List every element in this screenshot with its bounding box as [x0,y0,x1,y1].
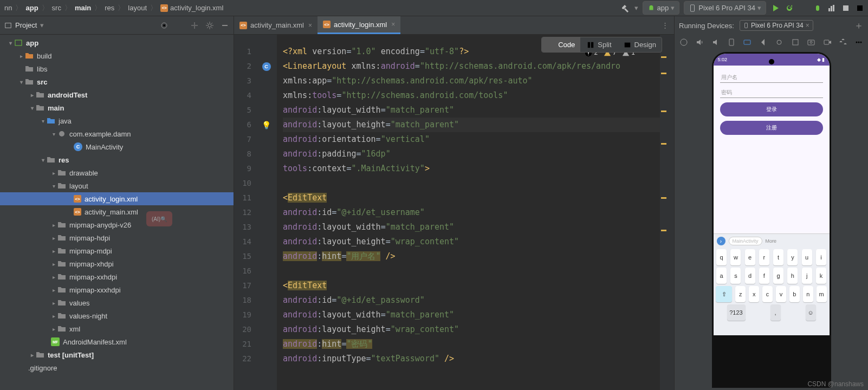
login-button[interactable]: 登录 [720,102,823,116]
editor-body[interactable]: 12345678910111213141516171819202122 C 💡 … [234,35,674,390]
tree-mipmap-hdpi[interactable]: ▸mipmap-hdpi [0,231,234,244]
overview-icon[interactable] [791,37,800,47]
suggestion-more[interactable]: More [766,238,777,244]
key-f[interactable]: f [759,268,769,284]
key-s[interactable]: s [730,268,741,284]
rotate-left-icon[interactable] [727,37,736,47]
screenshot-icon[interactable] [806,37,815,47]
password-field[interactable] [720,87,823,98]
key-z[interactable]: z [735,286,746,302]
key-g[interactable]: g [773,268,783,284]
tree-package[interactable]: ▾com.example.damn [0,127,234,140]
expand-icon[interactable] [175,21,184,30]
stop-icon[interactable] [855,3,865,13]
code-area[interactable]: <?xml version="1.0" encoding="utf-8"?> <… [277,35,660,390]
key-c[interactable]: c [762,286,773,302]
tree-res[interactable]: ▾res [0,153,234,166]
key-a[interactable]: a [716,268,727,284]
back-icon[interactable] [759,37,768,47]
suggestion[interactable]: MainActivity [729,237,762,245]
key-n[interactable]: n [803,286,813,302]
emoji-key[interactable]: ☺ [806,304,816,321]
key-b[interactable]: b [789,286,800,302]
run-config-selector[interactable]: app▾ [643,1,680,15]
tree-main[interactable]: ▾main [0,101,234,114]
scrollbar[interactable] [668,35,674,390]
crumb[interactable]: app [24,3,39,12]
run-icon[interactable] [770,3,780,13]
tree-test[interactable]: ▸test [unitTest] [0,348,234,361]
tree-login-xml[interactable]: ▸<>activity_login.xml [0,192,234,205]
key-q[interactable]: q [716,249,727,265]
editor-tab-login[interactable]: <>activity_login.xml× [318,16,400,34]
key-i[interactable]: i [816,249,826,265]
tree-gitignore[interactable]: ▸.gitignore [0,361,234,374]
view-code[interactable]: Code [542,37,580,52]
key-y[interactable]: y [787,249,798,265]
tree-src[interactable]: ▾src [0,75,234,88]
tree-mainactivity[interactable]: ▸CMainActivity [0,140,234,153]
device-tab[interactable]: Pixel 6 Pro API 34× [740,20,813,31]
tree-build[interactable]: ▸build [0,49,234,62]
tree-app[interactable]: ▾app [0,36,234,49]
key-d[interactable]: d [745,268,755,284]
tree-layout[interactable]: ▾layout [0,179,234,192]
gear-icon[interactable] [205,21,214,30]
debug-icon[interactable] [813,3,822,13]
add-device-icon[interactable]: ＋ [854,19,864,32]
error-stripe[interactable] [660,35,668,390]
key-k[interactable]: k [816,268,826,284]
key-h[interactable]: h [787,268,798,284]
crumb-file[interactable]: <>activity_login.xml [159,3,224,12]
key-u[interactable]: u [802,249,812,265]
collapse-icon[interactable] [190,21,199,30]
crumb[interactable]: main [74,3,92,12]
tree-drawable[interactable]: ▸drawable [0,166,234,179]
volume-up-icon[interactable] [695,37,704,47]
home-icon[interactable] [775,37,784,47]
tree-mipmap-xxhdpi[interactable]: ▸mipmap-xxhdpi [0,270,234,283]
rerun-icon[interactable] [785,3,794,13]
comma-key[interactable]: , [770,304,781,321]
volume-down-icon[interactable] [711,37,720,47]
tree-manifest[interactable]: ▸MFAndroidManifest.xml [0,335,234,348]
crumb[interactable]: src [51,3,62,12]
select-opened-icon[interactable] [160,21,169,30]
coverage-icon[interactable] [841,3,851,13]
shift-key[interactable]: ⇧ [716,286,732,302]
tree-mipmap-anydpi[interactable]: ▸mipmap-anydpi-v26 [0,218,234,231]
tree-values[interactable]: ▸values [0,296,234,309]
close-icon[interactable]: × [308,22,312,29]
power-icon[interactable] [679,37,688,47]
key-v[interactable]: v [776,286,786,302]
key-j[interactable]: j [802,268,812,284]
tree-java[interactable]: ▾java [0,114,234,127]
class-gutter-icon[interactable]: C [262,62,271,71]
hammer-icon[interactable] [620,3,630,13]
suggest-chevron-icon[interactable]: › [717,237,726,245]
bulb-icon[interactable]: 💡 [262,121,271,129]
num-toggle-key[interactable]: ?123 [727,304,746,321]
attach-icon[interactable] [799,3,808,13]
rotate-right-icon[interactable] [743,37,752,47]
soft-keyboard[interactable]: › MainActivity More qwertyui asdfghjk ⇧ … [714,233,830,335]
more-icon[interactable] [854,37,864,47]
crumb[interactable]: nn [3,3,13,12]
device-selector[interactable]: Pixel 6 Pro API 34▾ [684,1,766,15]
key-e[interactable]: e [745,249,755,265]
settings-icon[interactable] [838,37,847,47]
tree-androidtest[interactable]: ▸androidTest [0,88,234,101]
phone-screen[interactable]: 5:02 ◆ ▮ 登录 注册 › MainActivity [714,54,830,335]
tree-main-xml[interactable]: ▸<>activity_main.xml [0,205,234,218]
tree-libs[interactable]: ▸libs [0,62,234,75]
record-icon[interactable] [822,37,832,47]
tree-values-night[interactable]: ▸values-night [0,309,234,322]
project-title[interactable]: Project ▾ [4,21,160,29]
username-field[interactable] [720,72,823,83]
tree-mipmap-xxxhdpi[interactable]: ▸mipmap-xxxhdpi [0,283,234,296]
key-r[interactable]: r [759,249,769,265]
tree-mipmap-xhdpi[interactable]: ▸mipmap-xhdpi [0,257,234,270]
register-button[interactable]: 注册 [720,121,823,135]
view-split[interactable]: Split [581,37,617,52]
close-icon[interactable]: × [391,21,395,28]
